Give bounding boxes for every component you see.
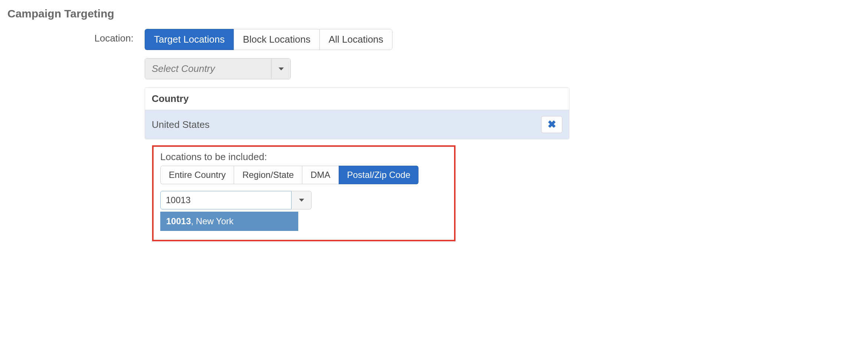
country-row: United States ✖ [145,110,569,139]
country-select-caret[interactable] [271,59,290,79]
country-panel: Country United States ✖ [145,87,569,139]
zip-input[interactable] [160,191,292,209]
location-row: Location: Target Locations Block Locatio… [7,29,861,139]
include-label: Locations to be included: [160,151,447,163]
location-label: Location: [7,29,145,44]
zip-search [160,191,312,209]
chevron-down-icon [299,199,304,202]
tab-block-locations[interactable]: Block Locations [234,29,319,50]
zip-dropdown-toggle[interactable] [292,191,312,209]
scope-dma[interactable]: DMA [302,166,338,184]
location-content: Target Locations Block Locations All Loc… [145,29,861,139]
country-panel-header: Country [145,88,569,110]
autocomplete-match: 10013 [166,216,191,226]
section-title: Campaign Targeting [7,7,861,20]
include-highlight: Locations to be included: Entire Country… [152,145,456,241]
autocomplete-option[interactable]: 10013, New York [160,212,298,231]
country-name: United States [152,119,210,130]
zip-autocomplete: 10013, New York [160,212,298,231]
autocomplete-rest: , New York [191,216,234,226]
scope-region-state[interactable]: Region/State [234,166,302,184]
scope-tabs: Entire Country Region/State DMA Postal/Z… [160,166,419,184]
location-tabs: Target Locations Block Locations All Loc… [145,29,392,50]
chevron-down-icon [279,67,284,70]
tab-target-locations[interactable]: Target Locations [145,29,234,50]
tab-all-locations[interactable]: All Locations [319,29,392,50]
country-select-placeholder: Select Country [145,59,271,79]
scope-entire-country[interactable]: Entire Country [160,166,234,184]
country-select[interactable]: Select Country [145,58,291,79]
scope-postal-zip[interactable]: Postal/Zip Code [339,166,419,184]
remove-country-button[interactable]: ✖ [541,116,562,133]
close-icon: ✖ [548,119,556,130]
